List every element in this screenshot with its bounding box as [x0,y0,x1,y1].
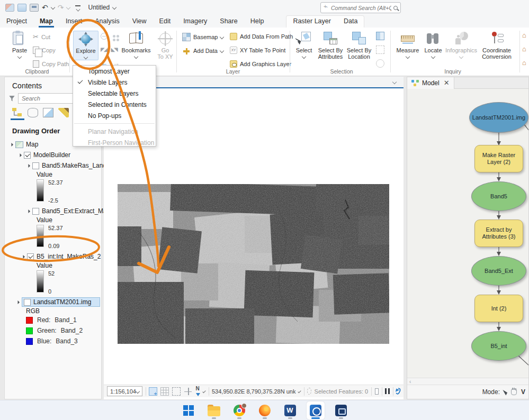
list-by-data-source-tab[interactable] [28,108,38,117]
fixed-zoom-in-icon[interactable]: ◤◢ [101,47,106,52]
tab-analysis[interactable]: Analysis [88,16,126,28]
tree-item-landsat[interactable]: LandsatTM2001.img [10,297,101,307]
menu-item-selectable-layers[interactable]: Selectable Layers [73,88,156,99]
file-explorer-button[interactable] [205,401,223,419]
tab-map[interactable]: Map [33,16,59,28]
model-node-output[interactable]: Band5_Ext [471,256,526,286]
undo-button[interactable]: ↶ [42,4,48,11]
expander-icon[interactable] [16,300,20,304]
grid-icon[interactable] [160,387,169,396]
pause-drawing-icon[interactable] [385,388,390,394]
menu-item-selected-in-contents[interactable]: Selected in Contents [73,99,156,110]
crosshair-icon[interactable] [184,387,192,396]
tree-item-modelbuilder[interactable]: ModelBuilder [10,150,101,160]
project-title[interactable]: Untitled [88,4,116,11]
pan-mode-icon[interactable] [511,389,517,395]
menu-item-topmost-layer[interactable]: Topmost Layer [73,66,156,77]
word-button[interactable]: W [281,401,299,419]
tab-insert[interactable]: Insert [59,16,88,28]
explore-button[interactable]: Explore [73,31,98,60]
close-icon[interactable]: ✕ [444,79,450,87]
navigator-icon[interactable] [113,35,115,38]
paste-button[interactable]: Paste [8,32,31,58]
attribute-table-button[interactable] [376,32,384,40]
cut-button[interactable]: ✂ Cut [33,33,50,41]
menu-item-visible-layers[interactable]: Visible Layers [73,77,156,88]
layer-checkbox[interactable] [27,253,34,260]
model-node-tool[interactable]: Extract by Attributes (3) [474,220,523,247]
open-project-icon[interactable] [17,4,26,12]
add-graphics-layer-button[interactable]: Add Graphics Layer [230,60,291,68]
expander-icon[interactable] [10,142,13,146]
model-node-tool[interactable]: Make Raster Layer (2) [474,145,523,172]
tab-view[interactable]: View [126,16,153,28]
arcgis-pro-button[interactable] [307,401,325,419]
tab-raster-layer[interactable]: Raster Layer [286,16,337,28]
fixed-zoom-out-icon[interactable]: ◣◥ [111,47,116,52]
tree-item-layer[interactable]: Band5:MakeRas_Landsat1 [10,160,101,171]
infographics-button[interactable]: Infographics [445,32,478,58]
edge-tool-icon[interactable]: ⌂ [522,32,526,39]
redo-button[interactable]: ↷ [58,4,64,11]
edge-tool-icon[interactable]: ⌂ [522,45,526,52]
expander-icon[interactable] [18,153,22,157]
chrome-button[interactable] [230,401,248,419]
select-tool-icon[interactable] [375,388,379,395]
menu-item-no-popups[interactable]: No Pop-ups [73,110,156,121]
tab-project[interactable]: Project [0,16,33,28]
north-arrow-icon[interactable]: N [195,386,200,397]
start-button[interactable] [180,401,198,419]
tab-share[interactable]: Share [213,16,244,28]
measure-button[interactable]: Measure [394,32,422,58]
layer-checkbox[interactable] [32,208,39,215]
tab-help[interactable]: Help [244,16,271,28]
zoom-to-selection-button[interactable] [376,59,384,68]
model-node-tool[interactable]: Int (2) [474,295,523,322]
tree-item-layer[interactable]: Band5_Ext:Extract_Make2 [10,206,101,216]
constraints-icon[interactable] [172,387,181,396]
xy-table-to-point-button[interactable]: XY XY Table To Point [230,47,285,54]
edge-tool-icon[interactable]: ⌂ [522,59,526,66]
selection-count-icon[interactable] [307,388,311,395]
new-project-icon[interactable] [5,4,14,12]
north-chevron-icon[interactable] [203,389,206,392]
tab-data[interactable]: Data [337,16,364,28]
select-by-location-button[interactable]: Select By Location [345,32,373,60]
expander-icon[interactable] [26,209,30,213]
tab-imagery[interactable]: Imagery [177,16,213,28]
select-by-attributes-button[interactable]: Select By Attributes [317,32,344,60]
coordinate-conversion-button[interactable]: Coordinate Conversion [479,32,515,60]
firefox-button[interactable] [256,401,274,419]
customize-toolbar-icon[interactable] [75,5,80,10]
clear-selection-button[interactable] [376,45,384,54]
modelbuilder-checkbox[interactable] [24,152,31,159]
expander-icon[interactable] [21,254,25,258]
go-to-xy-button[interactable]: Go To XY [155,32,176,60]
coords-chevron-icon[interactable] [298,389,301,392]
locate-button[interactable]: Locate [422,32,445,58]
model-node-output[interactable]: Band5 [471,181,526,211]
save-project-icon[interactable] [30,4,39,12]
layer-checkbox[interactable] [32,162,39,169]
select-mode-icon[interactable] [503,389,508,396]
model-node-output[interactable]: B5_int [471,331,526,361]
model-node-input-data[interactable]: LandsatTM2001.img [469,102,528,133]
model-horizontal-scrollbar[interactable]: ‹ [407,378,528,385]
list-by-drawing-order-tab[interactable] [12,108,23,117]
redo-chevron-icon[interactable] [66,5,70,10]
copy-button[interactable]: Copy [33,47,56,54]
add-data-button[interactable]: Add Data [182,47,223,55]
tree-item-layer[interactable]: B5_int:Int_MakeRas_2 [10,251,101,262]
tab-edit[interactable]: Edit [153,16,177,28]
selected-layer-row[interactable]: LandsatTM2001.img [22,297,100,307]
snapping-icon[interactable] [149,387,157,396]
refresh-icon[interactable] [395,387,402,395]
copy-path-button[interactable]: Copy Path [33,60,69,68]
undo-chevron-icon[interactable] [50,5,55,10]
filter-icon[interactable] [9,96,15,102]
select-button[interactable]: Select [292,32,316,58]
arcgis-image-button[interactable] [332,401,350,419]
full-extent-icon[interactable] [101,33,107,40]
list-by-selection-tab[interactable] [43,108,53,117]
command-search[interactable] [320,2,401,13]
